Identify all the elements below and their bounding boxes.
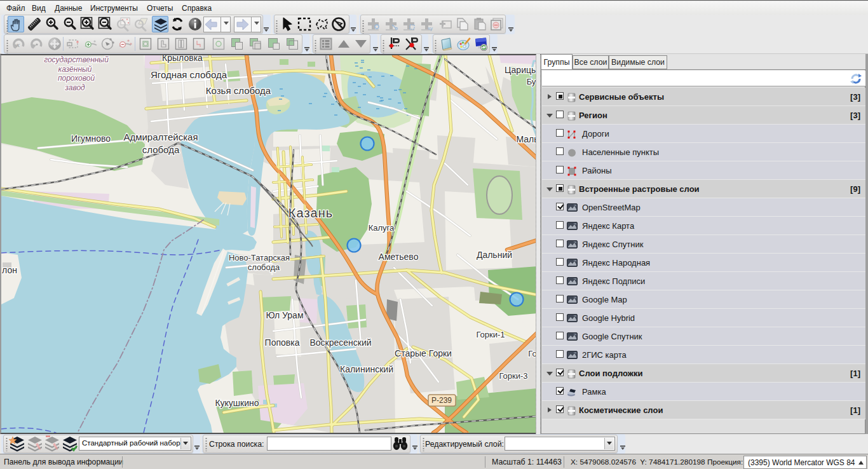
svg-text:лон: лон <box>2 265 17 275</box>
svg-text:Р-239: Р-239 <box>431 396 452 405</box>
svg-text:Калуга: Калуга <box>369 223 395 233</box>
svg-text:слобода: слобода <box>142 144 180 155</box>
svg-text:Старые Горки: Старые Горки <box>395 348 452 358</box>
svg-text:Игумново: Игумново <box>71 133 111 144</box>
svg-text:Адмиралтейская: Адмиралтейская <box>123 132 198 142</box>
svg-text:Царицы: Царицы <box>505 65 536 75</box>
svg-text:пороховой: пороховой <box>58 74 95 83</box>
svg-text:x: x <box>16 41 20 48</box>
svg-text:Бу: Бу <box>527 77 536 86</box>
svg-text:слобода: слобода <box>248 262 280 272</box>
svg-text:Аметьево: Аметьево <box>379 252 419 262</box>
svg-text:Горки-1: Горки-1 <box>476 330 505 339</box>
svg-text:Юл Урам: Юл Урам <box>266 310 303 320</box>
svg-text:Воскресенский: Воскресенский <box>309 337 371 348</box>
svg-text:завод: завод <box>64 83 85 92</box>
svg-text:казённый: казённый <box>58 65 92 74</box>
svg-text:Казань: Казань <box>288 206 333 220</box>
svg-text:Поповка: Поповка <box>265 337 300 348</box>
svg-text:xy: xy <box>428 25 433 31</box>
svg-text:Кукушкино: Кукушкино <box>215 398 259 408</box>
svg-text:Маль: Маль <box>516 134 536 144</box>
svg-text:Козья слобода: Козья слобода <box>206 85 271 96</box>
svg-text:Ягодная слобода: Ягодная слобода <box>151 69 227 80</box>
svg-text:Ново-Татарская: Ново-Татарская <box>229 253 290 262</box>
svg-text:государственный: государственный <box>44 55 109 64</box>
svg-text:Го: Го <box>528 349 536 358</box>
svg-text:Горки-3: Горки-3 <box>499 371 527 381</box>
svg-text:Крыловка: Крыловка <box>162 55 203 63</box>
svg-text:Дальний: Дальний <box>477 250 512 260</box>
svg-text:Калининский: Калининский <box>340 364 393 374</box>
